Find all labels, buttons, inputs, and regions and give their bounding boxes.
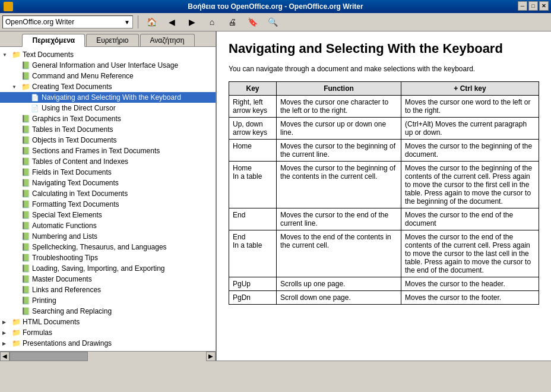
- item-icon: 📁: [11, 339, 21, 348]
- address-bar[interactable]: OpenOffice.org Writer ▼: [2, 15, 133, 29]
- item-icon: 📗: [21, 253, 30, 263]
- item-label: Navigating Text Documents: [32, 179, 119, 187]
- cell-function: Moves to the end of the contents in the …: [277, 230, 401, 277]
- item-label: Formatting Text Documents: [32, 200, 119, 208]
- cell-ctrl: Moves the cursor to the footer.: [401, 291, 539, 305]
- tree-item-spellcheck[interactable]: 📗Spellchecking, Thesaurus, and Languages: [0, 242, 216, 252]
- intro-text: You can navigate through a document and …: [229, 65, 539, 73]
- cell-function: Moves the cursor to the beginning of the…: [277, 162, 401, 208]
- item-label: Loading, Saving, Importing, and Exportin…: [32, 264, 164, 273]
- home-button[interactable]: 🏠: [143, 15, 160, 29]
- tree-item-graphics-text[interactable]: 📗Graphics in Text Documents: [0, 113, 216, 124]
- cell-ctrl: (Ctrl+Alt) Moves the current paragraph u…: [401, 118, 539, 140]
- tree-item-command-menu[interactable]: 📗Command and Menu Reference: [0, 71, 216, 81]
- item-icon: 📗: [21, 114, 30, 124]
- tree-item-html-docs[interactable]: ▶📁HTML Documents: [0, 317, 216, 327]
- print-button[interactable]: 🖨: [224, 15, 240, 29]
- tree-item-links-refs[interactable]: 📗Links and References: [0, 284, 216, 295]
- tree-item-text-docs[interactable]: ▼📁Text Documents: [0, 49, 216, 60]
- status-bar: [0, 361, 551, 374]
- item-label: Graphics in Text Documents: [32, 115, 121, 123]
- tree-container[interactable]: ▼📁Text Documents📗General Information and…: [0, 47, 216, 351]
- tree-item-presentations[interactable]: ▶📁Presentations and Drawings: [0, 338, 216, 349]
- tree-item-fields-text[interactable]: 📗Fields in Text Documents: [0, 167, 216, 178]
- tree-item-troubleshoot[interactable]: 📗Troubleshooting Tips: [0, 252, 216, 263]
- cell-key: Up, down arrow keys: [229, 118, 277, 140]
- item-label: Automatic Functions: [32, 222, 97, 230]
- cell-function: Moves the cursor to the beginning of the…: [277, 140, 401, 162]
- tree-item-master-docs[interactable]: 📗Master Documents: [0, 274, 216, 284]
- tab-contents[interactable]: Περιεχόμενα: [22, 34, 85, 47]
- tree-item-nav-select[interactable]: 📄Navigating and Selecting With the Keybo…: [0, 92, 216, 103]
- page-title: Navigating and Selecting With the Keyboa…: [229, 41, 539, 56]
- tree-item-tables-text[interactable]: 📗Tables in Text Documents: [0, 124, 216, 135]
- tree-item-search-replace[interactable]: 📗Searching and Replacing: [0, 306, 216, 317]
- cell-function: Scrolls up one page.: [277, 277, 401, 291]
- tree-item-general-info[interactable]: 📗General Information and User Interface …: [0, 60, 216, 71]
- maximize-button[interactable]: □: [528, 1, 538, 11]
- item-label: Objects in Text Documents: [32, 136, 117, 144]
- col-header-key: Key: [229, 82, 277, 96]
- tree-item-objects-text[interactable]: 📗Objects in Text Documents: [0, 135, 216, 146]
- back-button[interactable]: ◀: [163, 15, 180, 29]
- cell-key: Home In a table: [229, 162, 277, 208]
- item-icon: 📁: [21, 82, 30, 91]
- tree-item-formulas[interactable]: ▶📁Formulas: [0, 327, 216, 338]
- tree-item-loading-saving[interactable]: 📗Loading, Saving, Importing, and Exporti…: [0, 263, 216, 274]
- horizontal-scrollbar[interactable]: ◀ ▶: [0, 351, 216, 361]
- tree-item-formatting-text[interactable]: 📗Formatting Text Documents: [0, 199, 216, 210]
- item-label: Links and References: [32, 286, 101, 294]
- scroll-right-button[interactable]: ▶: [206, 352, 216, 361]
- help-start-button[interactable]: ⌂: [204, 15, 220, 29]
- tree-item-navigating-text[interactable]: 📗Navigating Text Documents: [0, 178, 216, 188]
- dropdown-arrow-icon[interactable]: ▼: [124, 19, 130, 26]
- tab-index[interactable]: Ευρετήριο: [86, 34, 138, 46]
- item-icon: 📗: [21, 167, 30, 177]
- titlebar-title: Βοήθεια του OpenOffice.org - OpenOffice.…: [188, 2, 363, 11]
- cell-ctrl: Moves the cursor to the end of the docum…: [401, 208, 539, 230]
- search-button[interactable]: 🔍: [264, 15, 281, 29]
- tree-item-calculating-text[interactable]: 📗Calculating in Text Documents: [0, 188, 216, 199]
- expand-icon: ▶: [2, 341, 10, 346]
- item-label: Special Text Elements: [32, 211, 102, 219]
- cell-ctrl: Moves the cursor to the header.: [401, 277, 539, 291]
- tree-item-sections-frames[interactable]: 📗Sections and Frames in Text Documents: [0, 146, 216, 156]
- tree-item-special-elements[interactable]: 📗Special Text Elements: [0, 210, 216, 220]
- table-row: End In a tableMoves to the end of the co…: [229, 230, 539, 277]
- tree-item-numbering-lists[interactable]: 📗Numbering and Lists: [0, 231, 216, 242]
- tree-item-auto-functions[interactable]: 📗Automatic Functions: [0, 220, 216, 231]
- item-icon: 📗: [21, 232, 30, 241]
- tree-item-direct-cursor[interactable]: 📄Using the Direct Cursor: [0, 103, 216, 113]
- scroll-left-button[interactable]: ◀: [0, 352, 10, 361]
- tab-bar: Περιεχόμενα Ευρετήριο Αναζήτηση: [0, 31, 216, 47]
- cell-key: End In a table: [229, 230, 277, 277]
- tab-search[interactable]: Αναζήτηση: [140, 34, 195, 46]
- tree-item-creating-text[interactable]: ▼📁Creating Text Documents: [0, 81, 216, 92]
- tree-item-toc-indexes[interactable]: 📗Tables of Content and Indexes: [0, 156, 216, 167]
- item-icon: 📗: [21, 264, 30, 273]
- item-icon: 📗: [21, 146, 30, 156]
- forward-button[interactable]: ▶: [183, 15, 200, 29]
- tree-item-printing[interactable]: 📗Printing: [0, 295, 216, 306]
- item-icon: 📗: [21, 274, 30, 284]
- cell-function: Moves the cursor to the end of the curre…: [277, 208, 401, 230]
- scroll-thumb[interactable]: [10, 352, 88, 361]
- cell-key: Right, left arrow keys: [229, 96, 277, 118]
- item-icon: 📗: [21, 306, 30, 316]
- item-label: Formulas: [23, 328, 52, 337]
- table-row: Up, down arrow keysMoves the cursor up o…: [229, 118, 539, 140]
- item-label: Numbering and Lists: [32, 232, 97, 241]
- item-icon: 📗: [21, 125, 30, 134]
- minimize-button[interactable]: ─: [518, 1, 527, 11]
- table-row: HomeMoves the cursor to the beginning of…: [229, 140, 539, 162]
- item-label: Spellchecking, Thesaurus, and Languages: [32, 243, 167, 251]
- item-label: Tables of Content and Indexes: [32, 157, 128, 166]
- item-label: Text Documents: [23, 50, 74, 59]
- scroll-track[interactable]: [10, 352, 206, 361]
- item-label: Troubleshooting Tips: [32, 254, 98, 262]
- item-icon: 📗: [21, 178, 30, 188]
- bookmark-button[interactable]: 🔖: [244, 15, 261, 29]
- item-icon: 📄: [30, 93, 40, 102]
- item-icon: 📗: [21, 242, 30, 252]
- close-button[interactable]: ✕: [539, 1, 549, 11]
